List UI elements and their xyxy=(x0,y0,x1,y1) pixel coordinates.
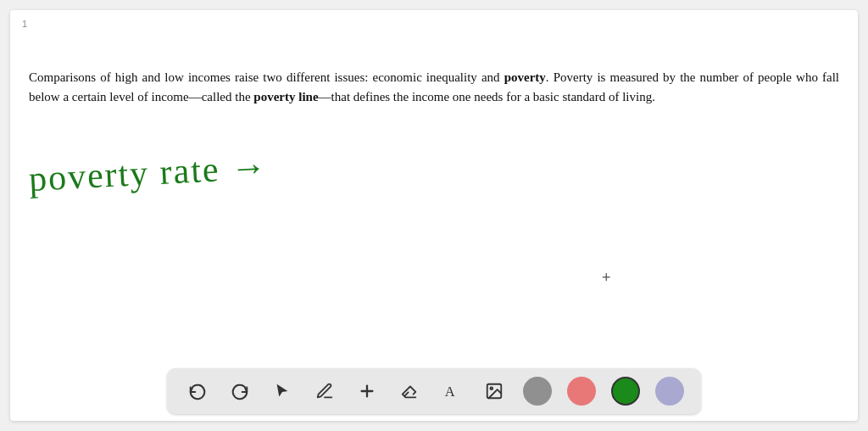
color-lavender[interactable] xyxy=(655,377,684,406)
handwritten-text: poverty rate → xyxy=(28,146,269,199)
select-tool-button[interactable] xyxy=(269,378,296,405)
text-tool-button[interactable]: A xyxy=(438,378,465,405)
color-green[interactable] xyxy=(611,377,640,406)
plus-add-indicator[interactable]: + xyxy=(602,269,611,287)
paragraph-block: Comparisons of high and low incomes rais… xyxy=(29,68,839,108)
handwriting-area: poverty rate → xyxy=(29,159,839,199)
color-gray[interactable] xyxy=(523,377,552,406)
page: 1 Comparisons of high and low incomes ra… xyxy=(10,10,858,421)
pen-tool-button[interactable] xyxy=(311,378,338,405)
add-element-button[interactable] xyxy=(353,378,381,405)
svg-text:A: A xyxy=(445,383,455,400)
undo-button[interactable] xyxy=(184,378,211,405)
page-number: 1 xyxy=(22,19,27,29)
svg-point-4 xyxy=(490,387,492,389)
image-tool-button[interactable] xyxy=(481,378,508,405)
drawing-toolbar: A xyxy=(167,368,701,414)
eraser-tool-button[interactable] xyxy=(396,378,423,405)
redo-button[interactable] xyxy=(226,378,253,405)
color-pink[interactable] xyxy=(567,377,596,406)
